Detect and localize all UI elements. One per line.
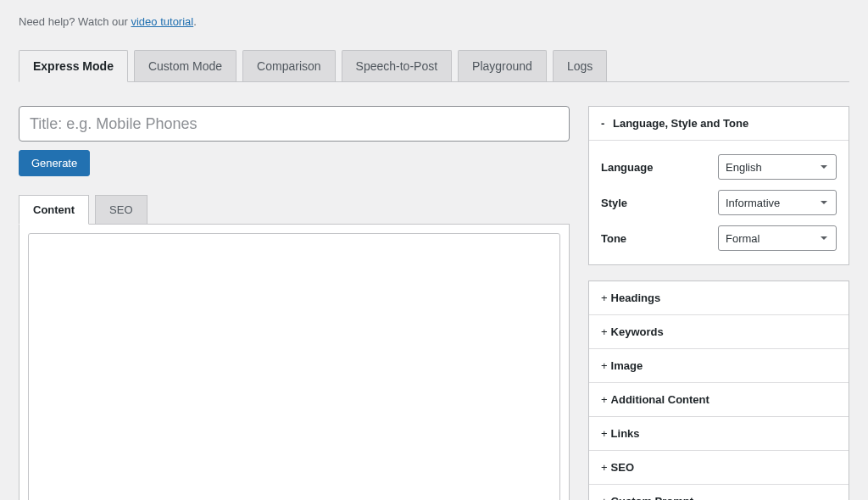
tab-seo[interactable]: SEO: [95, 195, 147, 224]
tab-speech-to-post[interactable]: Speech-to-Post: [342, 50, 453, 81]
style-label: Style: [601, 197, 627, 209]
panel-links[interactable]: +Links: [589, 417, 849, 451]
plus-icon: +: [601, 461, 608, 474]
panel-body: Language English Style Informative Tone …: [589, 141, 849, 264]
field-tone: Tone Formal: [601, 225, 837, 251]
help-suffix: .: [193, 15, 197, 28]
plus-icon: +: [601, 292, 608, 304]
left-column: Generate Content SEO: [19, 106, 570, 500]
panel-header-language-style-tone[interactable]: - Language, Style and Tone: [589, 107, 849, 141]
title-input[interactable]: [19, 106, 570, 142]
language-select[interactable]: English: [718, 154, 837, 180]
tone-label: Tone: [601, 232, 626, 245]
main-layout: Generate Content SEO - Language, Style a…: [19, 106, 849, 500]
panel-title: Language, Style and Tone: [613, 117, 748, 130]
plus-icon: +: [601, 359, 608, 372]
tab-comparison[interactable]: Comparison: [242, 50, 335, 81]
plus-icon: +: [601, 427, 608, 440]
panel-additional-content[interactable]: +Additional Content: [589, 383, 849, 417]
content-editor[interactable]: [28, 233, 560, 500]
plus-icon: +: [601, 393, 608, 406]
tab-custom-mode[interactable]: Custom Mode: [134, 50, 236, 81]
generate-button[interactable]: Generate: [19, 150, 90, 176]
panel-headings[interactable]: +Headings: [589, 281, 849, 315]
panel-image[interactable]: +Image: [589, 349, 849, 383]
language-label: Language: [601, 161, 653, 174]
tone-select[interactable]: Formal: [718, 225, 837, 251]
plus-icon: +: [601, 495, 608, 500]
help-text: Need help? Watch our video tutorial.: [19, 15, 849, 28]
content-box: [19, 225, 570, 500]
style-select[interactable]: Informative: [718, 190, 837, 215]
main-tabs: Express Mode Custom Mode Comparison Spee…: [19, 50, 849, 82]
panel-language-style-tone: - Language, Style and Tone Language Engl…: [588, 106, 849, 265]
video-tutorial-link[interactable]: video tutorial: [131, 15, 193, 28]
collapsed-panels: +Headings +Keywords +Image +Additional C…: [588, 281, 849, 500]
tab-content[interactable]: Content: [19, 195, 89, 225]
field-style: Style Informative: [601, 190, 837, 215]
help-prefix: Need help? Watch our: [19, 15, 131, 28]
field-language: Language English: [601, 154, 837, 180]
tab-express-mode[interactable]: Express Mode: [19, 50, 128, 82]
panel-seo[interactable]: +SEO: [589, 451, 849, 485]
right-column: - Language, Style and Tone Language Engl…: [588, 106, 849, 500]
content-tabs: Content SEO: [19, 195, 570, 225]
plus-icon: +: [601, 325, 608, 338]
panel-custom-prompt[interactable]: +Custom Prompt: [589, 485, 849, 500]
tab-playground[interactable]: Playground: [458, 50, 547, 81]
panel-keywords[interactable]: +Keywords: [589, 315, 849, 349]
tab-logs[interactable]: Logs: [553, 50, 607, 81]
minus-icon: -: [601, 117, 609, 130]
